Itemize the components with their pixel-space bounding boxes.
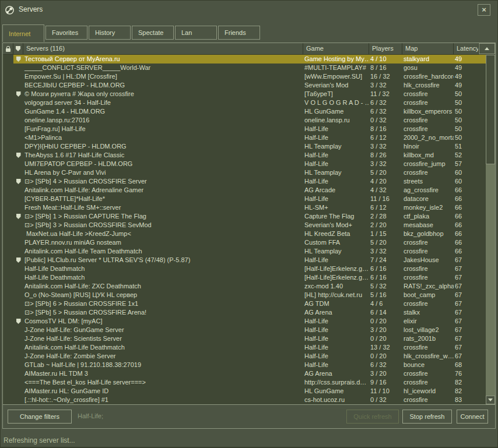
- stop-refresh-button[interactable]: Stop refresh: [402, 410, 452, 424]
- server-map: stalkx: [402, 308, 454, 317]
- scrollbar-up-button[interactable]: [479, 43, 495, 54]
- server-row[interactable]: ⊡> [SPb] 5 > Russian CROSSFIRE Arena! AG…: [3, 308, 486, 317]
- tab-history[interactable]: History: [89, 26, 131, 40]
- server-game: Half-Life: [303, 317, 369, 326]
- server-game: Half-Life: [303, 361, 369, 369]
- server-players: 5 / 20: [369, 168, 402, 177]
- server-row[interactable]: DPY}I{HbIU CEPBEP - HLDM.ORG HL Teamplay…: [3, 142, 486, 151]
- server-row[interactable]: _____CONFLICT-SERVER_____World-War #MULT…: [3, 64, 486, 72]
- secure-cell: [13, 195, 23, 203]
- server-row[interactable]: CosmosTV HL DM: [myAC] Half-Life 0 / 20 …: [3, 317, 486, 326]
- server-row[interactable]: BECEJIbIU CEPBEP - HLDM.ORG Severian's M…: [3, 81, 486, 90]
- server-row[interactable]: GTLab ~ Half-Life | 91.210.188.38:27019 …: [3, 361, 486, 369]
- vertical-scrollbar[interactable]: [486, 55, 495, 404]
- server-row[interactable]: Anitalink.com Half-Life: Adrenaline Game…: [3, 186, 486, 195]
- scrollbar-down-button[interactable]: [486, 396, 495, 404]
- server-players: 3 / 32: [369, 142, 402, 151]
- server-row[interactable]: ⊡> [SPb] 1 > Russian CAPTURE The Flag Ca…: [3, 212, 486, 221]
- server-name: Fresh Meat::Half-Life SM+::server: [23, 203, 303, 212]
- server-players: 13 / 32: [369, 343, 402, 352]
- secure-cell: [13, 186, 23, 195]
- secure-cell: [13, 247, 23, 256]
- server-row[interactable]: <M1>Palinca Half-Life 6 / 12 2000_2_no_m…: [3, 133, 486, 142]
- quick-refresh-button[interactable]: Quick refresh: [346, 410, 399, 424]
- server-row[interactable]: Тестовый Сервер от MyArena.ru Game Hosti…: [3, 55, 486, 64]
- server-players: 2 / 20: [369, 221, 402, 230]
- server-name: BECEJIbIU CEPBEP - HLDM.ORG: [23, 81, 303, 90]
- server-row[interactable]: Half-Life Deathmatch [Half-Life]Erkelenz…: [3, 273, 486, 282]
- connect-button[interactable]: Connect: [457, 410, 488, 424]
- server-map: bounce: [402, 361, 454, 369]
- server-game: Half-Life: [303, 160, 369, 168]
- secure-cell: [13, 291, 23, 299]
- server-row[interactable]: MaxNet.ua Half-Life >KreedZ-Jump< HL Kre…: [3, 230, 486, 238]
- column-header-row: Servers (116) Game Players Map Latency: [3, 43, 495, 55]
- column-header-secure[interactable]: [13, 43, 23, 54]
- lock-cell: [3, 116, 13, 125]
- server-row[interactable]: [.::hl-hot::.~Only_crossfire] #1 cs-hot.…: [3, 396, 486, 404]
- server-row[interactable]: Fresh Meat::Half-Life SM+::server HL-SM+…: [3, 203, 486, 212]
- server-map: bkz_goldbhop: [402, 230, 454, 238]
- server-row[interactable]: ⊡> [SPb] 6 > Russian CROSSFIRE 1x1 AG TD…: [3, 299, 486, 308]
- server-row[interactable]: <===The Best el_kos Half-Life server===>…: [3, 378, 486, 387]
- lock-cell: [3, 264, 13, 273]
- lock-cell: [3, 361, 13, 369]
- column-header-map[interactable]: Map: [402, 43, 454, 54]
- tab-favorites[interactable]: Favorites: [45, 26, 87, 40]
- server-row[interactable]: AIMaster.ru HL TDM 3 AG Arena 3 / 20 cro…: [3, 369, 486, 378]
- tab-lan[interactable]: Lan: [175, 26, 217, 40]
- column-header-servers[interactable]: Servers (116): [23, 43, 303, 54]
- lock-icon: [6, 48, 10, 52]
- tab-internet[interactable]: Internet: [2, 24, 44, 42]
- server-row[interactable]: GunGame 1.4 - HLDM.ORG HL GunGame 6 / 32…: [3, 107, 486, 116]
- server-row[interactable]: J-Zone Half-Life: Scientists Server Half…: [3, 334, 486, 343]
- server-row[interactable]: Empower.Su | HL:DM [Crossfire] [wWw.Empo…: [3, 72, 486, 81]
- server-row[interactable]: [FunFrag.ru] Half-Life Half-Life 8 / 16 …: [3, 125, 486, 133]
- server-row[interactable]: J-Zone Half-Life: GunGame Server Half-Li…: [3, 326, 486, 334]
- server-latency: 67: [454, 256, 486, 264]
- vac-shield-icon: [16, 214, 21, 219]
- scrollbar-thumb[interactable]: [486, 55, 495, 164]
- server-row[interactable]: J-Zone Half-Life: Zombie Server Half-Lif…: [3, 352, 486, 361]
- server-row[interactable]: Anitalink.com Half-Life Team Deathmatch …: [3, 247, 486, 256]
- lock-cell: [3, 72, 13, 81]
- server-row[interactable]: ⊡> [SPb] 3 > Russian CROSSFIRE SevMod Se…: [3, 221, 486, 230]
- tab-spectate[interactable]: Spectate: [132, 26, 174, 40]
- server-row[interactable]: ⊡> [SPb] 4 > Russian CROSSFIRE Server Ha…: [3, 177, 486, 186]
- server-map: crossfire: [402, 369, 454, 378]
- server-latency: 50: [454, 116, 486, 125]
- lock-cell: [3, 317, 13, 326]
- server-row[interactable]: Anitalink.com Half-Life Deathmatch Half-…: [3, 343, 486, 352]
- server-row[interactable]: [Public] HLClub.ru Server * ULTRA SEV'S …: [3, 256, 486, 264]
- server-row[interactable]: AIMaster.ru HL: GunGame ID HL GunGame 11…: [3, 387, 486, 396]
- column-header-players[interactable]: Players: [369, 43, 402, 54]
- server-row[interactable]: Anitalink.com Half-Life: ZXC Deathmatch …: [3, 282, 486, 291]
- server-players: 5 / 32: [369, 282, 402, 291]
- change-filters-button[interactable]: Change filters: [8, 410, 72, 424]
- server-map: ctf_plaka: [402, 212, 454, 221]
- column-header-latency[interactable]: Latency: [454, 43, 479, 54]
- server-row[interactable]: volgograd server 34 - Half-Life V O L G …: [3, 98, 486, 107]
- secure-cell: [13, 203, 23, 212]
- column-header-game[interactable]: Game: [303, 43, 369, 54]
- secure-cell: [13, 317, 23, 326]
- lock-cell: [3, 64, 13, 72]
- server-row[interactable]: oneline.lansp.ru:27016 oneline.lansp.ru …: [3, 116, 486, 125]
- column-header-lock[interactable]: [3, 43, 13, 54]
- server-row[interactable]: [CYBER-BATTLE]*Half-Life* Half-Life 11 /…: [3, 195, 486, 203]
- server-row[interactable]: TheAbyss 1.6 #17 Half-Life Classic Half-…: [3, 151, 486, 160]
- tab-friends[interactable]: Friends: [218, 26, 260, 40]
- server-row[interactable]: UMI7EPATOP CEPBEP - HLDM.ORG Half-Life 3…: [3, 160, 486, 168]
- server-row[interactable]: © Мозги рунета # Жара only crossfire [Та…: [3, 90, 486, 98]
- vac-shield-icon: [16, 46, 20, 51]
- server-row[interactable]: O_o (No-Steam) [RUS] ЦУК HL сервер [HL] …: [3, 291, 486, 299]
- tab-bar: Internet Favorites History Spectate Lan …: [0, 24, 498, 41]
- server-name: J-Zone Half-Life: GunGame Server: [23, 326, 303, 334]
- server-latency: 67: [454, 334, 486, 343]
- server-row[interactable]: HL Arena by C-Pavr and Vivi HL Teamplay …: [3, 168, 486, 177]
- lock-cell: [3, 238, 13, 247]
- secure-cell: [13, 142, 23, 151]
- close-icon[interactable]: ×: [478, 4, 490, 16]
- server-row[interactable]: PLAYER.nnov.ru miniAG nosteam Custom FFA…: [3, 238, 486, 247]
- server-row[interactable]: Half-Life Deathmatch [Half-Life]Erkelenz…: [3, 264, 486, 273]
